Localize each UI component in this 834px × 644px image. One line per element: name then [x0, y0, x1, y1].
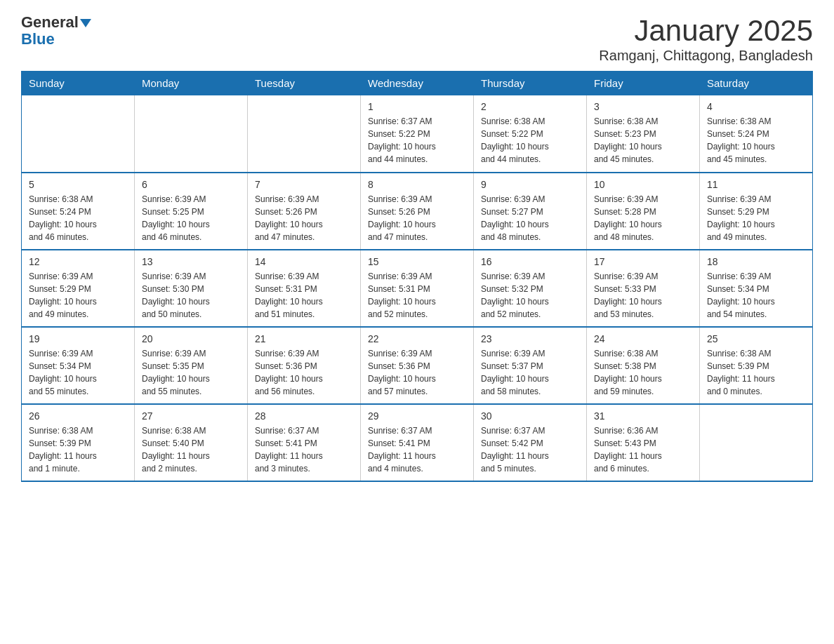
calendar-table: SundayMondayTuesdayWednesdayThursdayFrid… — [21, 71, 813, 482]
calendar-cell: 22Sunrise: 6:39 AMSunset: 5:36 PMDayligh… — [361, 327, 474, 404]
calendar-cell: 25Sunrise: 6:38 AMSunset: 5:39 PMDayligh… — [700, 327, 813, 404]
day-info: Sunrise: 6:39 AMSunset: 5:37 PMDaylight:… — [481, 347, 579, 398]
week-row-4: 19Sunrise: 6:39 AMSunset: 5:34 PMDayligh… — [22, 327, 813, 404]
day-info: Sunrise: 6:39 AMSunset: 5:27 PMDaylight:… — [481, 193, 579, 243]
day-number: 6 — [142, 179, 240, 190]
weekday-header-monday: Monday — [135, 72, 248, 95]
day-number: 24 — [594, 333, 692, 344]
day-info: Sunrise: 6:38 AMSunset: 5:24 PMDaylight:… — [707, 115, 805, 166]
week-row-3: 12Sunrise: 6:39 AMSunset: 5:29 PMDayligh… — [22, 250, 813, 327]
day-info: Sunrise: 6:39 AMSunset: 5:29 PMDaylight:… — [707, 193, 805, 243]
calendar-cell: 30Sunrise: 6:37 AMSunset: 5:42 PMDayligh… — [474, 404, 587, 481]
day-number: 22 — [368, 333, 466, 344]
day-number: 2 — [481, 101, 579, 112]
day-number: 16 — [481, 256, 579, 267]
day-info: Sunrise: 6:38 AMSunset: 5:38 PMDaylight:… — [594, 347, 692, 398]
weekday-header-sunday: Sunday — [22, 72, 135, 95]
week-row-1: 1Sunrise: 6:37 AMSunset: 5:22 PMDaylight… — [22, 95, 813, 173]
logo-line1: General — [21, 14, 91, 31]
day-info: Sunrise: 6:39 AMSunset: 5:28 PMDaylight:… — [594, 193, 692, 243]
day-info: Sunrise: 6:39 AMSunset: 5:26 PMDaylight:… — [368, 193, 466, 243]
day-info: Sunrise: 6:38 AMSunset: 5:40 PMDaylight:… — [142, 424, 240, 475]
calendar-cell: 14Sunrise: 6:39 AMSunset: 5:31 PMDayligh… — [248, 250, 361, 327]
calendar-cell — [135, 95, 248, 173]
weekday-header-friday: Friday — [587, 72, 700, 95]
page-header: General Blue January 2025 Ramganj, Chitt… — [21, 14, 813, 64]
day-number: 31 — [594, 410, 692, 422]
calendar-cell — [22, 95, 135, 173]
weekday-header-row: SundayMondayTuesdayWednesdayThursdayFrid… — [22, 72, 813, 95]
day-number: 9 — [481, 179, 579, 190]
logo-triangle-icon — [80, 19, 91, 27]
day-info: Sunrise: 6:38 AMSunset: 5:22 PMDaylight:… — [481, 115, 579, 166]
day-number: 18 — [707, 256, 805, 267]
calendar-cell: 24Sunrise: 6:38 AMSunset: 5:38 PMDayligh… — [587, 327, 700, 404]
calendar-cell: 31Sunrise: 6:36 AMSunset: 5:43 PMDayligh… — [587, 404, 700, 481]
day-number: 29 — [368, 410, 466, 422]
calendar-cell — [248, 95, 361, 173]
day-info: Sunrise: 6:39 AMSunset: 5:34 PMDaylight:… — [29, 347, 127, 398]
calendar-cell: 1Sunrise: 6:37 AMSunset: 5:22 PMDaylight… — [361, 95, 474, 173]
day-info: Sunrise: 6:37 AMSunset: 5:41 PMDaylight:… — [255, 424, 353, 475]
day-number: 1 — [368, 101, 466, 112]
calendar-cell: 10Sunrise: 6:39 AMSunset: 5:28 PMDayligh… — [587, 173, 700, 250]
calendar-cell: 15Sunrise: 6:39 AMSunset: 5:31 PMDayligh… — [361, 250, 474, 327]
day-number: 5 — [29, 179, 127, 190]
day-number: 25 — [707, 333, 805, 344]
weekday-header-thursday: Thursday — [474, 72, 587, 95]
day-number: 15 — [368, 256, 466, 267]
day-info: Sunrise: 6:38 AMSunset: 5:39 PMDaylight:… — [29, 424, 127, 475]
day-info: Sunrise: 6:39 AMSunset: 5:31 PMDaylight:… — [255, 270, 353, 321]
week-row-5: 26Sunrise: 6:38 AMSunset: 5:39 PMDayligh… — [22, 404, 813, 481]
calendar-cell: 2Sunrise: 6:38 AMSunset: 5:22 PMDaylight… — [474, 95, 587, 173]
day-info: Sunrise: 6:38 AMSunset: 5:23 PMDaylight:… — [594, 115, 692, 166]
day-number: 21 — [255, 333, 353, 344]
day-number: 7 — [255, 179, 353, 190]
page-title: January 2025 — [599, 14, 813, 48]
weekday-header-saturday: Saturday — [700, 72, 813, 95]
weekday-header-tuesday: Tuesday — [248, 72, 361, 95]
day-info: Sunrise: 6:39 AMSunset: 5:25 PMDaylight:… — [142, 193, 240, 243]
day-info: Sunrise: 6:37 AMSunset: 5:42 PMDaylight:… — [481, 424, 579, 475]
day-info: Sunrise: 6:39 AMSunset: 5:35 PMDaylight:… — [142, 347, 240, 398]
day-info: Sunrise: 6:37 AMSunset: 5:41 PMDaylight:… — [368, 424, 466, 475]
calendar-cell: 27Sunrise: 6:38 AMSunset: 5:40 PMDayligh… — [135, 404, 248, 481]
weekday-header-wednesday: Wednesday — [361, 72, 474, 95]
day-info: Sunrise: 6:39 AMSunset: 5:31 PMDaylight:… — [368, 270, 466, 321]
calendar-cell: 16Sunrise: 6:39 AMSunset: 5:32 PMDayligh… — [474, 250, 587, 327]
day-number: 19 — [29, 333, 127, 344]
day-number: 23 — [481, 333, 579, 344]
day-info: Sunrise: 6:39 AMSunset: 5:29 PMDaylight:… — [29, 270, 127, 321]
week-row-2: 5Sunrise: 6:38 AMSunset: 5:24 PMDaylight… — [22, 173, 813, 250]
calendar-cell: 20Sunrise: 6:39 AMSunset: 5:35 PMDayligh… — [135, 327, 248, 404]
calendar-cell: 11Sunrise: 6:39 AMSunset: 5:29 PMDayligh… — [700, 173, 813, 250]
day-info: Sunrise: 6:37 AMSunset: 5:22 PMDaylight:… — [368, 115, 466, 166]
day-number: 20 — [142, 333, 240, 344]
day-number: 13 — [142, 256, 240, 267]
day-info: Sunrise: 6:39 AMSunset: 5:36 PMDaylight:… — [368, 347, 466, 398]
calendar-cell: 3Sunrise: 6:38 AMSunset: 5:23 PMDaylight… — [587, 95, 700, 173]
day-info: Sunrise: 6:39 AMSunset: 5:30 PMDaylight:… — [142, 270, 240, 321]
calendar-cell: 17Sunrise: 6:39 AMSunset: 5:33 PMDayligh… — [587, 250, 700, 327]
day-info: Sunrise: 6:38 AMSunset: 5:39 PMDaylight:… — [707, 347, 805, 398]
day-info: Sunrise: 6:39 AMSunset: 5:33 PMDaylight:… — [594, 270, 692, 321]
day-number: 30 — [481, 410, 579, 422]
title-block: January 2025 Ramganj, Chittagong, Bangla… — [599, 14, 813, 64]
calendar-cell: 26Sunrise: 6:38 AMSunset: 5:39 PMDayligh… — [22, 404, 135, 481]
calendar-cell: 8Sunrise: 6:39 AMSunset: 5:26 PMDaylight… — [361, 173, 474, 250]
page-subtitle: Ramganj, Chittagong, Bangladesh — [599, 48, 813, 64]
logo-general-text: General — [21, 13, 79, 31]
day-number: 14 — [255, 256, 353, 267]
day-info: Sunrise: 6:36 AMSunset: 5:43 PMDaylight:… — [594, 424, 692, 475]
day-number: 17 — [594, 256, 692, 267]
logo-blue-text: Blue — [21, 31, 91, 48]
day-number: 10 — [594, 179, 692, 190]
calendar-cell — [700, 404, 813, 481]
day-info: Sunrise: 6:39 AMSunset: 5:36 PMDaylight:… — [255, 347, 353, 398]
calendar-header: SundayMondayTuesdayWednesdayThursdayFrid… — [22, 72, 813, 95]
day-number: 3 — [594, 101, 692, 112]
calendar-cell: 12Sunrise: 6:39 AMSunset: 5:29 PMDayligh… — [22, 250, 135, 327]
day-info: Sunrise: 6:39 AMSunset: 5:34 PMDaylight:… — [707, 270, 805, 321]
calendar-cell: 13Sunrise: 6:39 AMSunset: 5:30 PMDayligh… — [135, 250, 248, 327]
day-number: 8 — [368, 179, 466, 190]
